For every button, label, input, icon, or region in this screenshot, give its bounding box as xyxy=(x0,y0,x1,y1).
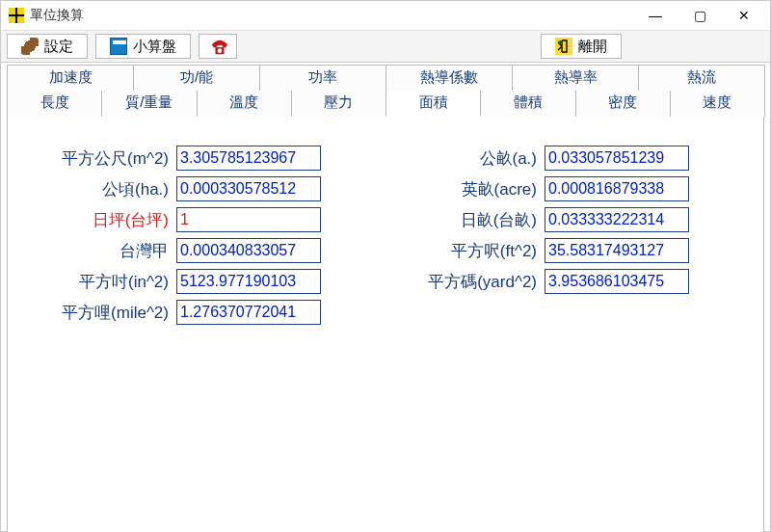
tab-length[interactable]: 長度 xyxy=(7,91,102,117)
input-m2[interactable] xyxy=(176,146,321,171)
minimize-button[interactable]: — xyxy=(633,1,678,30)
label-ha: 公頃(ha.) xyxy=(17,178,176,200)
tab-label: 熱導率 xyxy=(554,68,598,85)
tab-label: 功/能 xyxy=(180,68,213,85)
tab-area[interactable]: 面積 xyxy=(386,91,481,117)
tab-label: 密度 xyxy=(608,93,637,110)
tab-density[interactable]: 密度 xyxy=(575,91,671,117)
input-acre[interactable] xyxy=(545,176,689,201)
tab-press[interactable]: 壓力 xyxy=(291,91,386,117)
field-row-ft2: 平方呎(ft^2) xyxy=(386,238,754,263)
titlebar: 單位換算 — ▢ ✕ xyxy=(1,1,770,30)
tabs: 加速度功/能功率熱導係數熱導率熱流 長度質/重量溫度壓力面積體積密度速度 平方公… xyxy=(1,63,770,532)
input-jia[interactable] xyxy=(176,238,321,263)
tab-label: 加速度 xyxy=(49,68,93,85)
window-title: 單位換算 xyxy=(30,7,84,24)
exit-label: 離開 xyxy=(578,38,607,56)
tab-label: 長度 xyxy=(40,93,69,110)
tab-work[interactable]: 功/能 xyxy=(133,65,260,91)
tab-label: 體積 xyxy=(514,93,543,110)
field-row-yd2: 平方碼(yard^2) xyxy=(386,269,754,294)
label-m2: 平方公尺(m^2) xyxy=(17,147,176,170)
tab-label: 壓力 xyxy=(324,93,353,110)
tab-label: 溫度 xyxy=(229,93,258,110)
field-row-ha: 公頃(ha.) xyxy=(17,176,386,201)
tab-mass[interactable]: 質/重量 xyxy=(101,91,197,117)
label-tsubo: 日坪(台坪) xyxy=(17,209,176,231)
label-jse: 日畝(台畝) xyxy=(386,209,545,231)
tab-volume[interactable]: 體積 xyxy=(480,91,575,117)
tab-thermr[interactable]: 熱導率 xyxy=(512,65,639,91)
label-in2: 平方吋(in^2) xyxy=(17,271,176,293)
tab-heatf[interactable]: 熱流 xyxy=(638,65,765,91)
field-row-are: 公畝(a.) xyxy=(386,146,754,171)
settings-button[interactable]: 設定 xyxy=(7,34,88,59)
calculator-icon xyxy=(110,38,127,55)
label-acre: 英畝(acre) xyxy=(386,178,545,200)
maximize-button[interactable]: ▢ xyxy=(678,1,722,30)
phone-button[interactable] xyxy=(199,34,237,59)
label-jia: 台灣甲 xyxy=(17,240,176,262)
tab-label: 功率 xyxy=(308,68,337,85)
settings-label: 設定 xyxy=(44,38,73,56)
toolbar: 設定 小算盤 離開 xyxy=(1,30,770,63)
tab-label: 面積 xyxy=(419,93,448,110)
field-row-jia: 台灣甲 xyxy=(17,238,386,263)
label-ft2: 平方呎(ft^2) xyxy=(386,240,545,262)
input-tsubo[interactable] xyxy=(176,207,321,232)
input-mile2[interactable] xyxy=(176,300,321,325)
tab-power[interactable]: 功率 xyxy=(259,65,386,91)
close-button[interactable]: ✕ xyxy=(722,1,766,30)
input-ha[interactable] xyxy=(176,176,321,201)
phone-icon xyxy=(209,38,226,55)
calculator-label: 小算盤 xyxy=(133,38,176,56)
input-jse[interactable] xyxy=(545,207,689,232)
tab-label: 熱流 xyxy=(687,68,716,85)
input-are[interactable] xyxy=(545,146,689,171)
input-in2[interactable] xyxy=(176,269,321,294)
svg-point-2 xyxy=(558,40,562,44)
exit-button[interactable]: 離開 xyxy=(541,34,622,59)
label-are: 公畝(a.) xyxy=(386,147,545,170)
exit-icon xyxy=(555,38,572,55)
label-yd2: 平方碼(yard^2) xyxy=(386,271,545,293)
field-row-tsubo: 日坪(台坪) xyxy=(17,207,386,232)
tab-temp[interactable]: 溫度 xyxy=(197,91,292,117)
svg-point-0 xyxy=(218,48,223,53)
tab-speed[interactable]: 速度 xyxy=(670,91,765,117)
input-ft2[interactable] xyxy=(545,238,689,263)
field-row-mile2: 平方哩(mile^2) xyxy=(17,300,386,325)
gear-icon xyxy=(21,38,39,55)
tab-label: 質/重量 xyxy=(125,93,173,110)
tab-panel-area: 平方公尺(m^2)公頃(ha.)日坪(台坪)台灣甲平方吋(in^2)平方哩(mi… xyxy=(7,116,764,532)
input-yd2[interactable] xyxy=(545,269,689,294)
field-row-m2: 平方公尺(m^2) xyxy=(17,146,386,171)
field-row-acre: 英畝(acre) xyxy=(386,176,754,201)
label-mile2: 平方哩(mile^2) xyxy=(17,302,176,324)
app-window: 單位換算 — ▢ ✕ 設定 小算盤 離開 加速度功/能功率熱導係數熱導率熱 xyxy=(0,0,771,532)
field-row-in2: 平方吋(in^2) xyxy=(17,269,386,294)
tab-thermc[interactable]: 熱導係數 xyxy=(386,65,513,91)
tab-label: 速度 xyxy=(703,93,731,110)
tab-label: 熱導係數 xyxy=(420,68,478,85)
calculator-button[interactable]: 小算盤 xyxy=(95,34,191,59)
field-row-jse: 日畝(台畝) xyxy=(386,207,754,232)
app-icon xyxy=(9,8,24,23)
tab-accel[interactable]: 加速度 xyxy=(7,65,134,91)
